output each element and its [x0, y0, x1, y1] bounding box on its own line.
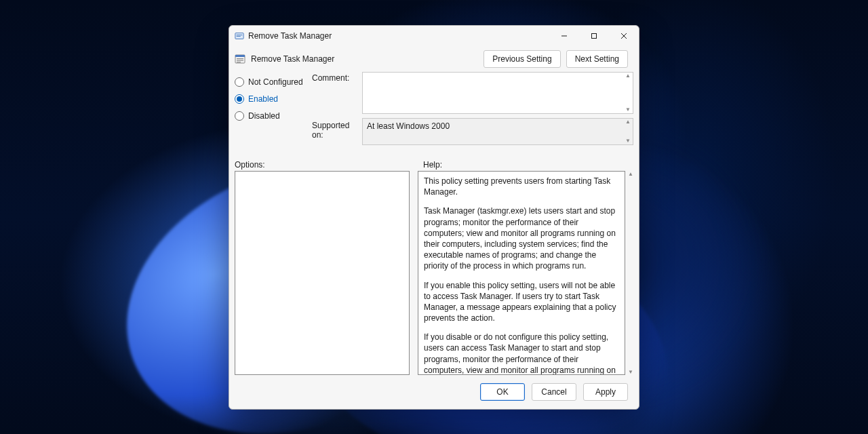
supported-on-label: Supported on: [312, 121, 359, 140]
svg-rect-4 [592, 34, 597, 39]
toolbar: Remove Task Manager Previous Setting Nex… [229, 46, 639, 72]
close-button[interactable] [609, 26, 639, 46]
comment-label: Comment: [312, 73, 359, 121]
titlebar[interactable]: Remove Task Manager [229, 26, 639, 46]
policy-name: Remove Task Manager [251, 54, 334, 64]
radio-enabled[interactable]: Enabled [235, 90, 309, 107]
svg-rect-11 [237, 62, 241, 62]
radio-icon [235, 94, 244, 104]
help-text: Task Manager (taskmgr.exe) lets users st… [424, 205, 619, 271]
window-title: Remove Task Manager [248, 31, 332, 41]
help-panel: This policy setting prevents users from … [418, 171, 625, 375]
help-text: If you enable this policy setting, users… [424, 280, 619, 324]
policy-dialog: Remove Task Manager Remove Task Manager … [229, 25, 639, 410]
app-icon [235, 31, 244, 41]
scrollbar-icon: ▲▼ [624, 119, 632, 144]
state-radio-group: Not Configured Enabled Disabled [235, 72, 309, 153]
radio-label: Not Configured [248, 77, 303, 87]
maximize-button[interactable] [579, 26, 609, 46]
radio-not-configured[interactable]: Not Configured [235, 73, 309, 90]
apply-button[interactable]: Apply [583, 383, 628, 401]
policy-icon [235, 54, 245, 64]
comment-textarea[interactable]: ▲▼ [362, 72, 633, 114]
svg-rect-9 [237, 58, 243, 59]
options-panel [235, 171, 410, 375]
svg-rect-2 [237, 36, 241, 37]
help-text: This policy setting prevents users from … [424, 176, 619, 197]
supported-on-field: At least Windows 2000 ▲▼ [362, 118, 633, 145]
radio-icon [235, 111, 244, 121]
desktop-background: Remove Task Manager Remove Task Manager … [0, 0, 868, 434]
scrollbar-icon: ▲▼ [624, 73, 632, 113]
radio-label: Enabled [248, 94, 278, 104]
help-label: Help: [423, 160, 442, 170]
next-setting-button[interactable]: Next Setting [566, 50, 628, 68]
svg-rect-1 [237, 35, 243, 35]
minimize-button[interactable] [549, 26, 579, 46]
previous-setting-button[interactable]: Previous Setting [484, 50, 560, 68]
options-label: Options: [235, 160, 415, 170]
help-text: If you disable or do not configure this … [424, 332, 619, 375]
dialog-buttons: OK Cancel Apply [229, 379, 639, 409]
ok-button[interactable]: OK [480, 383, 525, 401]
svg-rect-8 [235, 55, 245, 57]
supported-on-value: At least Windows 2000 [367, 121, 450, 131]
svg-rect-10 [237, 60, 243, 61]
cancel-button[interactable]: Cancel [532, 383, 576, 401]
radio-icon [235, 77, 244, 87]
scrollbar-icon: ▲▼ [627, 171, 635, 375]
radio-label: Disabled [248, 111, 280, 121]
radio-disabled[interactable]: Disabled [235, 107, 309, 124]
